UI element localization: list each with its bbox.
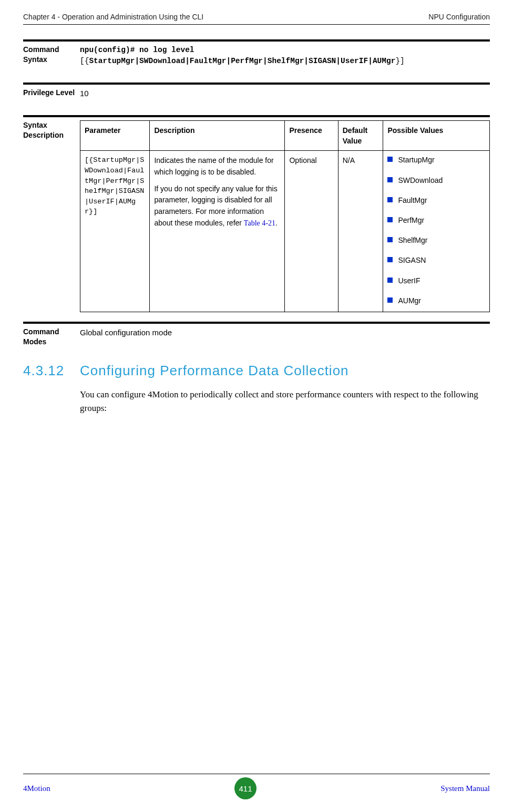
syntax-description-block: Syntax Description Parameter Description… bbox=[23, 115, 490, 312]
td-description: Indicates the name of the module for whi… bbox=[150, 151, 285, 312]
list-item: ShelfMgr bbox=[387, 235, 485, 245]
header-right: NPU Configuration bbox=[428, 13, 490, 21]
list-item: PerfMgr bbox=[387, 215, 485, 225]
privilege-level-label: Privilege Level bbox=[23, 88, 80, 98]
list-item: AUMgr bbox=[387, 296, 485, 305]
command-modes-value: Global configuration mode bbox=[80, 327, 490, 338]
list-item: FaultMgr bbox=[387, 196, 485, 205]
td-default: N/A bbox=[338, 151, 383, 312]
table-row: [{StartupMgr|SWDownload|FaultMgr|PerfMgr… bbox=[80, 151, 490, 312]
command-syntax-block: Command Syntax npu(config)# no log level… bbox=[23, 39, 490, 67]
desc-para-1: Indicates the name of the module for whi… bbox=[154, 155, 280, 178]
th-possible-values: Possible Values bbox=[383, 120, 490, 151]
command-modes-label: Command Modes bbox=[23, 327, 80, 347]
syntax-description-label: Syntax Description bbox=[23, 120, 80, 140]
page-footer: 4Motion 411 System Manual bbox=[23, 774, 490, 799]
td-presence: Optional bbox=[285, 151, 338, 312]
th-presence: Presence bbox=[285, 120, 338, 151]
th-default-value: Default Value bbox=[338, 120, 383, 151]
table-ref-link[interactable]: Table 4-21 bbox=[244, 219, 275, 227]
list-item: UserIF bbox=[387, 276, 485, 285]
list-item: StartupMgr bbox=[387, 155, 485, 165]
footer-right-link[interactable]: System Manual bbox=[440, 784, 490, 793]
list-item: SIGASN bbox=[387, 255, 485, 265]
th-parameter: Parameter bbox=[80, 120, 150, 151]
section-title: Configuring Performance Data Collection bbox=[80, 363, 349, 379]
command-syntax-code: npu(config)# no log level [{StartupMgr|S… bbox=[80, 45, 490, 67]
command-syntax-label: Command Syntax bbox=[23, 45, 80, 65]
privilege-level-block: Privilege Level 10 bbox=[23, 83, 490, 99]
header-left: Chapter 4 - Operation and Administration… bbox=[23, 13, 203, 21]
td-possible-values: StartupMgr SWDownload FaultMgr PerfMgr S… bbox=[383, 151, 490, 312]
section-heading: 4.3.12 Configuring Performance Data Coll… bbox=[23, 363, 490, 379]
desc-para-2: If you do not specify any value for this… bbox=[154, 183, 280, 229]
page-number-badge: 411 bbox=[234, 777, 256, 799]
privilege-level-value: 10 bbox=[80, 88, 490, 99]
syntax-description-table: Parameter Description Presence Default V… bbox=[80, 120, 490, 312]
table-header-row: Parameter Description Presence Default V… bbox=[80, 120, 490, 151]
td-parameter: [{StartupMgr|SWDownload|FaultMgr|PerfMgr… bbox=[80, 151, 150, 312]
section-number: 4.3.12 bbox=[23, 363, 80, 379]
footer-left-link[interactable]: 4Motion bbox=[23, 784, 50, 793]
command-modes-block: Command Modes Global configuration mode bbox=[23, 322, 490, 347]
section-intro-paragraph: You can configure 4Motion to periodicall… bbox=[80, 388, 490, 416]
page-header: Chapter 4 - Operation and Administration… bbox=[23, 13, 490, 25]
th-description: Description bbox=[150, 120, 285, 151]
list-item: SWDownload bbox=[387, 176, 485, 185]
